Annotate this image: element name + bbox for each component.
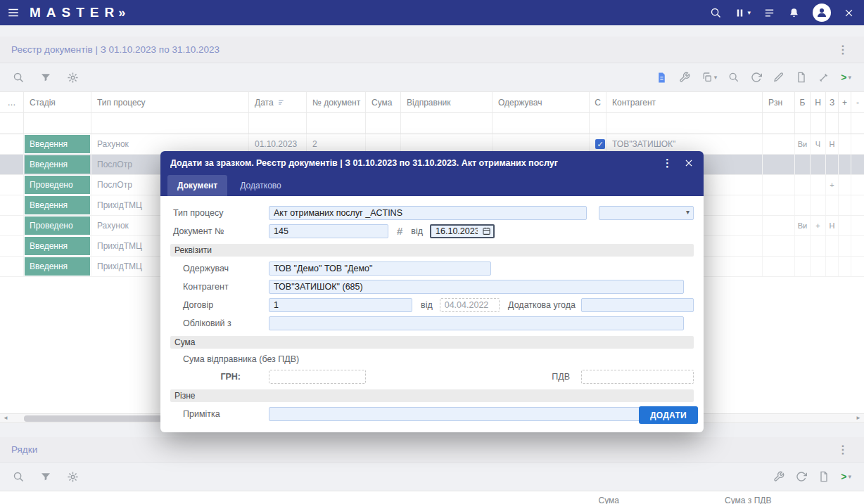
filter-icon[interactable] <box>40 471 51 482</box>
wrench-icon[interactable] <box>679 72 690 83</box>
search-icon[interactable] <box>13 471 25 483</box>
modal-kebab-icon[interactable]: ⋮ <box>662 157 673 169</box>
grn-input[interactable] <box>269 370 366 384</box>
column-header-sum-vat[interactable]: Сума з ПДВ <box>725 496 771 504</box>
filter-cell[interactable] <box>606 113 763 134</box>
search-icon[interactable] <box>728 72 739 83</box>
filter-cell[interactable] <box>851 113 864 134</box>
column-header-rzn[interactable]: Рзн <box>763 92 795 113</box>
table-header-row: … Стадія Тип процесу Дата № документ Сум… <box>0 92 864 113</box>
column-header-sender[interactable]: Відправник <box>401 92 493 113</box>
scroll-left-arrow[interactable]: ◄ <box>0 414 11 422</box>
gear-icon[interactable] <box>67 72 79 84</box>
pdv-input[interactable] <box>581 370 694 384</box>
notifications-bell-icon[interactable] <box>788 7 800 19</box>
column-header-z[interactable]: З <box>826 92 839 113</box>
registry-toolbar: ▾ >▾ <box>0 63 864 91</box>
modal-close-icon[interactable] <box>684 158 694 168</box>
filter-cell[interactable] <box>590 113 606 134</box>
column-header-plus[interactable]: + <box>839 92 851 113</box>
filter-cell[interactable] <box>811 113 826 134</box>
chevron-down-icon: ▾ <box>714 74 718 81</box>
column-header-process[interactable]: Тип процесу <box>91 92 249 113</box>
filter-cell[interactable] <box>826 113 839 134</box>
registry-kebab-icon[interactable]: ⋮ <box>833 43 853 56</box>
column-header-b[interactable]: Б <box>795 92 811 113</box>
scrollbar-thumb[interactable] <box>24 415 163 422</box>
close-icon[interactable] <box>844 8 854 18</box>
receiver-input[interactable] <box>269 261 491 276</box>
extra-agreement-input[interactable] <box>581 298 694 312</box>
stage-badge: Проведено <box>25 217 90 235</box>
number-hash-icon[interactable]: # <box>397 225 402 237</box>
contract-date-input[interactable] <box>440 298 500 312</box>
contract-input[interactable] <box>269 298 412 312</box>
document-icon[interactable] <box>796 72 807 83</box>
ellipsis-icon: … <box>8 98 16 108</box>
search-icon[interactable] <box>710 7 722 19</box>
expand-chevron-icon[interactable]: >▾ <box>841 472 851 482</box>
column-header-date[interactable]: Дата <box>249 92 307 113</box>
modal-tabs: Документ Додатково <box>160 175 704 196</box>
expand-chevron-icon[interactable]: >▾ <box>841 72 851 82</box>
filter-cell[interactable] <box>795 113 811 134</box>
doc-no-input[interactable] <box>269 224 388 238</box>
stage-badge: Введення <box>25 237 90 255</box>
column-header-sum[interactable]: Сума <box>366 92 401 113</box>
pause-menu-icon[interactable]: ▾ <box>735 8 751 18</box>
logo-chevrons-icon: » <box>118 6 125 20</box>
gear-icon[interactable] <box>67 471 79 483</box>
rows-kebab-icon[interactable]: ⋮ <box>833 443 853 456</box>
column-header-gutter[interactable]: … <box>0 92 24 113</box>
filter-cell[interactable] <box>307 113 366 134</box>
filter-cell[interactable] <box>763 113 795 134</box>
copy-icon[interactable]: ▾ <box>701 72 718 83</box>
filter-cell[interactable] <box>249 113 307 134</box>
process-type-input[interactable] <box>269 206 587 220</box>
rzn-cell <box>763 236 795 256</box>
column-header-n[interactable]: Н <box>811 92 826 113</box>
search-icon[interactable] <box>13 72 25 84</box>
filter-cell[interactable] <box>0 113 24 134</box>
hamburger-menu-icon[interactable] <box>0 6 27 19</box>
rows-view-icon[interactable] <box>763 7 775 19</box>
add-button[interactable]: ДОДАТИ <box>639 406 698 424</box>
checkbox-checked[interactable]: ✓ <box>595 139 605 149</box>
user-avatar[interactable] <box>813 4 831 22</box>
filter-cell[interactable] <box>366 113 401 134</box>
filter-cell[interactable] <box>401 113 493 134</box>
tab-additional[interactable]: Додатково <box>230 175 291 196</box>
process-type-select[interactable]: ▾ <box>599 206 694 220</box>
new-document-icon[interactable] <box>656 72 668 84</box>
column-header-doc-no[interactable]: № документ <box>307 92 366 113</box>
edit-pencil-icon[interactable] <box>773 72 784 83</box>
note-input[interactable] <box>269 407 684 421</box>
tools-icon[interactable] <box>818 72 830 83</box>
document-icon[interactable] <box>818 471 830 482</box>
refresh-icon[interactable] <box>796 471 807 482</box>
column-header-c[interactable]: С <box>590 92 606 113</box>
column-header-receiver[interactable]: Одержувач <box>493 92 590 113</box>
filter-icon[interactable] <box>40 72 51 83</box>
column-header-minus[interactable]: - <box>851 92 864 113</box>
filter-cell[interactable] <box>24 113 91 134</box>
row-gutter <box>0 257 24 276</box>
filter-cell[interactable] <box>91 113 249 134</box>
wrench-icon[interactable] <box>773 471 784 482</box>
accounting-input[interactable] <box>269 316 684 330</box>
column-header-contractor[interactable]: Контрагент <box>606 92 763 113</box>
filter-cell[interactable] <box>493 113 590 134</box>
refresh-icon[interactable] <box>751 72 762 83</box>
stage-badge: Проведено <box>25 176 90 194</box>
contractor-input[interactable] <box>269 280 684 294</box>
tab-document[interactable]: Документ <box>167 175 227 196</box>
chevron-right-icon: > <box>841 472 846 482</box>
flag-b-cell <box>795 175 811 195</box>
column-header-sum[interactable]: Сума <box>577 496 619 504</box>
toolbar-left <box>13 471 79 483</box>
filter-cell[interactable] <box>839 113 851 134</box>
scroll-right-arrow[interactable]: ► <box>853 414 864 422</box>
column-header-stage[interactable]: Стадія <box>24 92 91 113</box>
flag-n-cell <box>811 155 826 174</box>
calendar-icon[interactable] <box>482 226 491 235</box>
